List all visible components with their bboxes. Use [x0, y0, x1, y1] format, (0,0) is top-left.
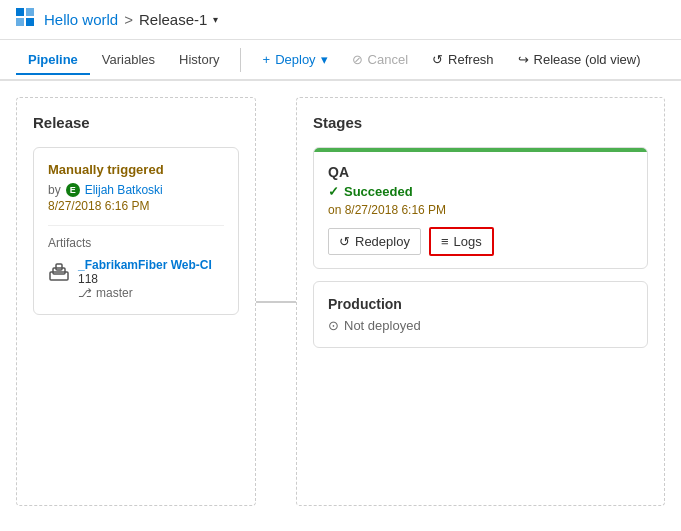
- oldview-icon: ↪: [518, 52, 529, 67]
- refresh-button[interactable]: ↺ Refresh: [422, 47, 504, 72]
- old-view-button[interactable]: ↪ Release (old view): [508, 47, 651, 72]
- logs-label: Logs: [454, 234, 482, 249]
- stages-panel-title: Stages: [313, 114, 648, 131]
- qa-stage-status: ✓ Succeeded: [328, 184, 633, 199]
- artifact-name[interactable]: _FabrikamFiber Web-CI: [78, 258, 212, 272]
- triggered-label: Manually triggered: [48, 162, 224, 177]
- deploy-button[interactable]: + Deploy ▾: [253, 47, 338, 72]
- tab-history[interactable]: History: [167, 46, 231, 75]
- deploy-icon: +: [263, 52, 271, 67]
- logs-icon: ≡: [441, 234, 449, 249]
- breadcrumb-dropdown[interactable]: ▾: [213, 14, 218, 25]
- artifact-details: _FabrikamFiber Web-CI 118 ⎇ master: [78, 258, 212, 300]
- connector: [256, 97, 296, 506]
- toolbar-separator: [240, 48, 241, 72]
- not-deployed-icon: ⊙: [328, 318, 339, 333]
- breadcrumb-separator: >: [124, 11, 133, 28]
- artifact-icon: [48, 260, 70, 287]
- breadcrumb-current: Release-1: [139, 11, 207, 28]
- by-text: by: [48, 183, 61, 197]
- qa-status-label: Succeeded: [344, 184, 413, 199]
- avatar: E: [66, 183, 80, 197]
- svg-rect-2: [16, 18, 24, 26]
- top-bar: Hello world > Release-1 ▾: [0, 0, 681, 40]
- qa-card-body: QA ✓ Succeeded on 8/27/2018 6:16 PM ↺ Re…: [314, 152, 647, 268]
- svg-rect-5: [53, 268, 65, 274]
- qa-stage-actions: ↺ Redeploy ≡ Logs: [328, 227, 633, 256]
- tab-pipeline[interactable]: Pipeline: [16, 46, 90, 75]
- refresh-icon: ↺: [432, 52, 443, 67]
- svg-rect-6: [56, 264, 62, 270]
- tab-variables[interactable]: Variables: [90, 46, 167, 75]
- branch-name: master: [96, 286, 133, 300]
- redeploy-label: Redeploy: [355, 234, 410, 249]
- prod-status-label: Not deployed: [344, 318, 421, 333]
- user-name[interactable]: Elijah Batkoski: [85, 183, 163, 197]
- breadcrumb: Hello world > Release-1 ▾: [44, 11, 218, 28]
- prod-stage-status: ⊙ Not deployed: [328, 318, 633, 333]
- production-stage-card: Production ⊙ Not deployed: [313, 281, 648, 348]
- stages-panel: Stages QA ✓ Succeeded on 8/27/2018 6:16 …: [296, 97, 665, 506]
- succeeded-icon: ✓: [328, 184, 339, 199]
- redeploy-icon: ↺: [339, 234, 350, 249]
- triggered-by: by E Elijah Batkoski: [48, 183, 224, 197]
- svg-rect-1: [26, 8, 34, 16]
- logs-button[interactable]: ≡ Logs: [429, 227, 494, 256]
- release-panel: Release Manually triggered by E Elijah B…: [16, 97, 256, 506]
- main-content: Release Manually triggered by E Elijah B…: [0, 81, 681, 522]
- svg-rect-3: [26, 18, 34, 26]
- cancel-button[interactable]: ⊘ Cancel: [342, 47, 418, 72]
- branch-icon: ⎇: [78, 286, 92, 300]
- app-icon: [16, 8, 34, 31]
- toolbar-actions: + Deploy ▾ ⊘ Cancel ↺ Refresh ↪ Release …: [253, 47, 651, 72]
- svg-rect-0: [16, 8, 24, 16]
- deploy-arrow-icon: ▾: [321, 52, 328, 67]
- redeploy-button[interactable]: ↺ Redeploy: [328, 228, 421, 255]
- qa-stage-card: QA ✓ Succeeded on 8/27/2018 6:16 PM ↺ Re…: [313, 147, 648, 269]
- qa-stage-name: QA: [328, 164, 633, 180]
- artifact-branch: ⎇ master: [78, 286, 212, 300]
- artifact-item: _FabrikamFiber Web-CI 118 ⎇ master: [48, 258, 224, 300]
- user-initial: E: [70, 185, 76, 195]
- toolbar: Pipeline Variables History + Deploy ▾ ⊘ …: [0, 40, 681, 81]
- connector-line: [256, 301, 296, 303]
- card-divider: [48, 225, 224, 226]
- release-timestamp: 8/27/2018 6:16 PM: [48, 199, 224, 213]
- artifacts-label: Artifacts: [48, 236, 224, 250]
- artifact-build: 118: [78, 272, 212, 286]
- prod-stage-name: Production: [328, 296, 633, 312]
- qa-stage-time: on 8/27/2018 6:16 PM: [328, 203, 633, 217]
- cancel-icon: ⊘: [352, 52, 363, 67]
- release-panel-title: Release: [33, 114, 239, 131]
- release-card: Manually triggered by E Elijah Batkoski …: [33, 147, 239, 315]
- breadcrumb-parent[interactable]: Hello world: [44, 11, 118, 28]
